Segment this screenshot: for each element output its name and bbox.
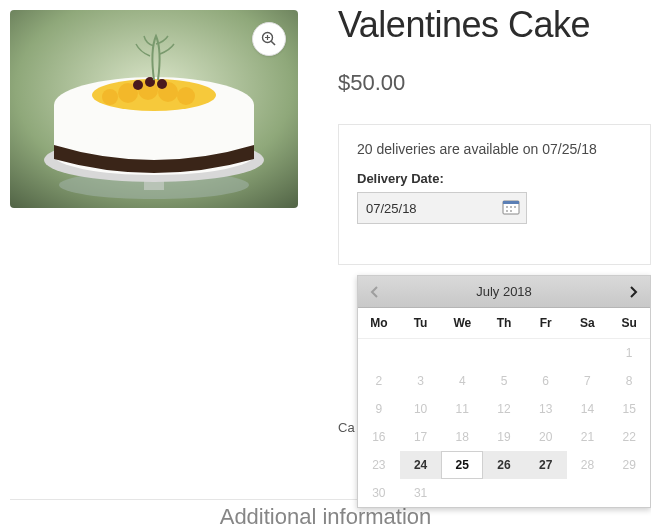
- date-picker-popup: July 2018 MoTuWeThFrSaSu1234567891011121…: [357, 275, 651, 508]
- calendar-day: 20: [525, 423, 567, 451]
- calendar-prev-button: [364, 281, 386, 303]
- calendar-day: [441, 339, 483, 367]
- calendar-dow: Fr: [525, 308, 567, 339]
- calendar-day: [358, 339, 400, 367]
- calendar-day-selected[interactable]: 25: [441, 451, 483, 479]
- calendar-dow: Th: [483, 308, 525, 339]
- svg-rect-23: [510, 206, 512, 208]
- delivery-date-value: 07/25/18: [366, 201, 417, 216]
- category-label-truncated: Ca: [338, 420, 355, 435]
- svg-rect-26: [510, 210, 512, 212]
- calendar-dow: Sa: [567, 308, 609, 339]
- calendar-day: 8: [608, 367, 650, 395]
- chevron-left-icon: [369, 286, 381, 298]
- zoom-button[interactable]: [252, 22, 286, 56]
- calendar-day: 9: [358, 395, 400, 423]
- calendar-day: 21: [567, 423, 609, 451]
- calendar-dow: Tu: [400, 308, 442, 339]
- calendar-day-available[interactable]: 27: [525, 451, 567, 479]
- svg-rect-24: [514, 206, 516, 208]
- calendar-day: 31: [400, 479, 442, 507]
- product-image[interactable]: [10, 10, 298, 208]
- delivery-date-label: Delivery Date:: [357, 171, 632, 186]
- svg-rect-22: [506, 206, 508, 208]
- svg-rect-21: [503, 201, 519, 204]
- product-price: $50.00: [338, 70, 651, 96]
- svg-line-17: [271, 41, 275, 45]
- calendar-day: 4: [441, 367, 483, 395]
- calendar-dow: Su: [608, 308, 650, 339]
- calendar-day: 10: [400, 395, 442, 423]
- calendar-day: 6: [525, 367, 567, 395]
- svg-point-15: [157, 79, 167, 89]
- calendar-day: 17: [400, 423, 442, 451]
- calendar-month-label: July 2018: [476, 284, 532, 299]
- calendar-day: [525, 479, 567, 507]
- calendar-day: 11: [441, 395, 483, 423]
- calendar-dow: We: [441, 308, 483, 339]
- product-title: Valentines Cake: [338, 4, 651, 46]
- calendar-day: 29: [608, 451, 650, 479]
- calendar-day: [441, 479, 483, 507]
- calendar-day: 2: [358, 367, 400, 395]
- calendar-day: 14: [567, 395, 609, 423]
- delivery-panel: 20 deliveries are available on 07/25/18 …: [338, 124, 651, 265]
- calendar-day: 5: [483, 367, 525, 395]
- calendar-day: 22: [608, 423, 650, 451]
- calendar-dow: Mo: [358, 308, 400, 339]
- calendar-day: 3: [400, 367, 442, 395]
- calendar-day: 28: [567, 451, 609, 479]
- calendar-day: 19: [483, 423, 525, 451]
- calendar-day: [400, 339, 442, 367]
- delivery-date-input[interactable]: 07/25/18: [357, 192, 527, 224]
- calendar-day: 12: [483, 395, 525, 423]
- calendar-day: 16: [358, 423, 400, 451]
- calendar-day: 30: [358, 479, 400, 507]
- calendar-icon: [502, 198, 520, 219]
- svg-point-12: [102, 89, 118, 105]
- calendar-day-available[interactable]: 26: [483, 451, 525, 479]
- calendar-day-available[interactable]: 24: [400, 451, 442, 479]
- calendar-day: [567, 479, 609, 507]
- svg-point-11: [177, 87, 195, 105]
- calendar-day: 7: [567, 367, 609, 395]
- calendar-day: [567, 339, 609, 367]
- calendar-next-button[interactable]: [622, 281, 644, 303]
- calendar-day: [483, 479, 525, 507]
- svg-point-13: [133, 80, 143, 90]
- calendar-day: 13: [525, 395, 567, 423]
- calendar-day: [525, 339, 567, 367]
- calendar-day: 18: [441, 423, 483, 451]
- calendar-header: July 2018: [358, 276, 650, 308]
- availability-message: 20 deliveries are available on 07/25/18: [357, 141, 632, 157]
- chevron-right-icon: [627, 286, 639, 298]
- calendar-day: 23: [358, 451, 400, 479]
- calendar-day: 1: [608, 339, 650, 367]
- calendar-day: [483, 339, 525, 367]
- svg-rect-25: [506, 210, 508, 212]
- magnify-plus-icon: [261, 31, 277, 47]
- calendar-day: [608, 479, 650, 507]
- calendar-day: 15: [608, 395, 650, 423]
- calendar-grid: MoTuWeThFrSaSu12345678910111213141516171…: [358, 308, 650, 507]
